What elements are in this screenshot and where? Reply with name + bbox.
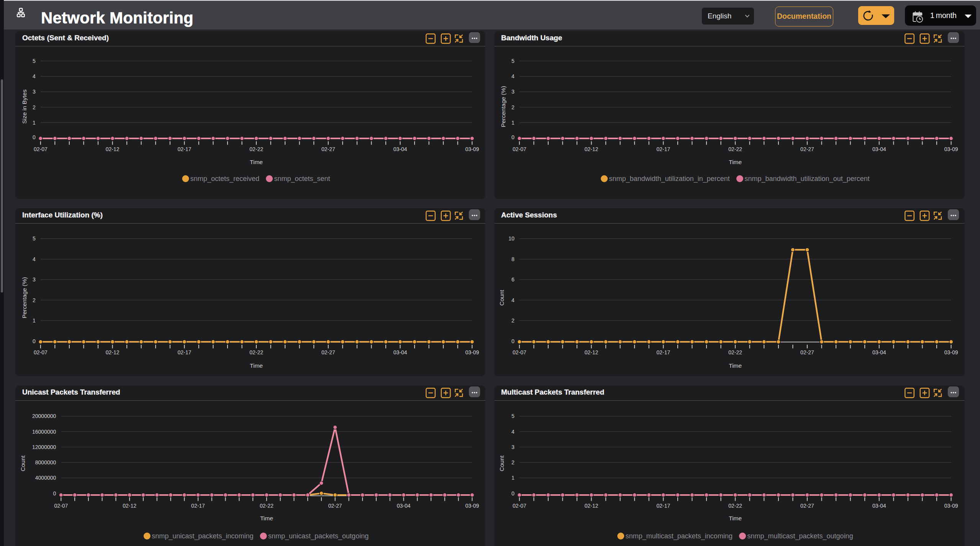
svg-text:03-04: 03-04	[872, 503, 886, 509]
svg-text:02-27: 02-27	[800, 503, 814, 509]
svg-text:02-17: 02-17	[656, 146, 670, 152]
svg-text:Time: Time	[729, 159, 742, 165]
svg-text:1: 1	[33, 120, 36, 126]
svg-text:20000000: 20000000	[32, 413, 56, 419]
svg-text:03-09: 03-09	[465, 146, 479, 152]
svg-text:5: 5	[511, 413, 515, 419]
svg-text:snmp_multicast_packets_incomin: snmp_multicast_packets_incoming	[626, 532, 733, 540]
svg-text:02-27: 02-27	[321, 349, 335, 355]
svg-text:snmp_bandwidth_utilization_out: snmp_bandwidth_utilization_out_percent	[744, 175, 869, 183]
svg-text:02-22: 02-22	[728, 503, 742, 509]
svg-text:Count: Count	[20, 455, 26, 471]
svg-text:03-04: 03-04	[872, 146, 886, 152]
svg-text:03-09: 03-09	[465, 503, 479, 509]
svg-text:02-12: 02-12	[585, 349, 598, 355]
svg-text:Time: Time	[729, 515, 742, 521]
svg-text:4: 4	[511, 429, 515, 435]
svg-text:02-12: 02-12	[585, 503, 598, 509]
svg-text:Time: Time	[250, 159, 263, 165]
svg-text:02-22: 02-22	[728, 349, 742, 355]
svg-text:4: 4	[511, 297, 515, 303]
svg-text:02-17: 02-17	[656, 349, 670, 355]
svg-text:5: 5	[33, 235, 36, 242]
svg-text:2: 2	[511, 104, 515, 110]
svg-text:02-17: 02-17	[177, 146, 191, 152]
svg-text:0: 0	[53, 490, 56, 497]
svg-text:Count: Count	[498, 289, 505, 306]
svg-text:02-07: 02-07	[54, 503, 68, 509]
svg-text:snmp_octets_received: snmp_octets_received	[190, 175, 259, 183]
svg-text:03-09: 03-09	[944, 146, 958, 152]
svg-text:02-22: 02-22	[260, 503, 274, 509]
svg-text:snmp_octets_sent: snmp_octets_sent	[274, 175, 330, 183]
svg-text:0: 0	[511, 490, 515, 497]
svg-text:02-07: 02-07	[513, 146, 526, 152]
svg-text:2: 2	[511, 459, 515, 465]
svg-text:3: 3	[511, 444, 515, 450]
svg-text:0: 0	[511, 338, 515, 344]
svg-text:03-09: 03-09	[944, 503, 958, 509]
svg-text:Percentage (%): Percentage (%)	[500, 86, 506, 127]
svg-text:03-09: 03-09	[465, 349, 479, 355]
svg-text:02-17: 02-17	[191, 503, 205, 509]
svg-text:snmp_bandwidth_utilization_in_: snmp_bandwidth_utilization_in_percent	[609, 175, 730, 183]
svg-text:4000000: 4000000	[35, 475, 56, 481]
svg-text:02-12: 02-12	[106, 349, 120, 355]
svg-text:0: 0	[33, 338, 36, 344]
svg-text:03-04: 03-04	[393, 146, 407, 152]
svg-text:02-17: 02-17	[177, 349, 191, 355]
svg-text:02-22: 02-22	[728, 146, 742, 152]
svg-text:03-04: 03-04	[393, 349, 407, 355]
svg-text:Percentage (%): Percentage (%)	[21, 277, 28, 319]
svg-text:2: 2	[511, 317, 515, 324]
svg-text:Time: Time	[250, 362, 263, 369]
svg-text:02-27: 02-27	[800, 146, 814, 152]
svg-text:02-07: 02-07	[34, 349, 48, 355]
svg-text:snmp_multicast_packets_outgoin: snmp_multicast_packets_outgoing	[747, 532, 853, 540]
svg-text:2: 2	[33, 104, 36, 110]
svg-text:03-04: 03-04	[872, 349, 886, 355]
svg-text:4: 4	[33, 73, 36, 79]
svg-text:16000000: 16000000	[32, 429, 56, 435]
svg-text:02-12: 02-12	[123, 503, 136, 509]
svg-text:02-27: 02-27	[321, 146, 335, 152]
svg-text:5: 5	[33, 58, 36, 64]
svg-text:1: 1	[511, 120, 515, 126]
svg-text:02-27: 02-27	[328, 503, 342, 509]
svg-text:Count: Count	[498, 455, 505, 471]
svg-text:Time: Time	[729, 362, 742, 369]
svg-text:02-22: 02-22	[249, 146, 263, 152]
svg-text:02-12: 02-12	[585, 146, 598, 152]
svg-text:02-22: 02-22	[249, 349, 263, 355]
svg-text:0: 0	[511, 134, 515, 140]
svg-text:snmp_unicast_packets_outgoing: snmp_unicast_packets_outgoing	[268, 532, 369, 540]
svg-text:2: 2	[33, 297, 36, 303]
svg-text:02-12: 02-12	[106, 146, 120, 152]
svg-text:3: 3	[511, 89, 515, 95]
svg-text:02-17: 02-17	[656, 503, 670, 509]
svg-text:03-09: 03-09	[944, 349, 958, 355]
svg-text:8: 8	[511, 256, 515, 262]
svg-text:3: 3	[33, 89, 36, 95]
svg-text:0: 0	[33, 134, 36, 140]
svg-text:3: 3	[33, 276, 36, 283]
svg-text:8000000: 8000000	[35, 459, 56, 465]
svg-text:6: 6	[511, 276, 515, 283]
svg-text:02-07: 02-07	[513, 503, 526, 509]
svg-text:02-07: 02-07	[34, 146, 48, 152]
svg-text:1: 1	[33, 317, 36, 324]
svg-text:5: 5	[511, 58, 515, 64]
svg-text:4: 4	[33, 256, 36, 262]
svg-text:02-27: 02-27	[800, 349, 814, 355]
svg-text:02-07: 02-07	[513, 349, 526, 355]
svg-text:snmp_unicast_packets_incoming: snmp_unicast_packets_incoming	[152, 532, 253, 540]
svg-text:12000000: 12000000	[32, 444, 56, 450]
svg-text:10: 10	[508, 235, 515, 242]
svg-text:03-04: 03-04	[397, 503, 411, 509]
svg-text:Time: Time	[260, 515, 273, 521]
svg-text:Size in Bytes: Size in Bytes	[21, 89, 28, 124]
svg-text:4: 4	[511, 73, 515, 79]
svg-text:1: 1	[511, 475, 515, 481]
